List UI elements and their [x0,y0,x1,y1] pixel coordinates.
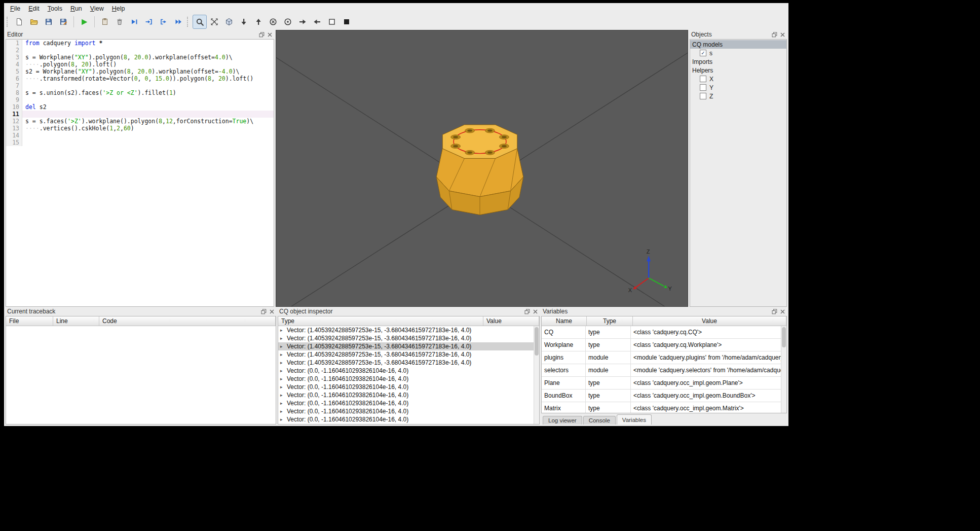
tree-item-helpers[interactable]: Helpers [690,66,786,75]
expander-icon[interactable]: ▸ [280,417,287,422]
inspector-row[interactable]: ▸Vector: (0.0, -1.1604610293826104e-16, … [278,391,539,399]
code-line-9[interactable]: 9 [6,96,274,103]
cad-model[interactable] [436,125,523,215]
render-run-button[interactable] [77,15,91,29]
expander-icon[interactable]: ▸ [280,401,287,406]
tab-variables[interactable]: Variables [617,414,652,424]
code-editor[interactable]: 1from cadquery import *23s = Workplane("… [6,39,274,307]
close-panel-icon[interactable] [532,308,538,314]
clipboard-button[interactable] [98,15,112,29]
variable-row-selectors[interactable]: selectorsmodule<module 'cadquery.selecto… [542,364,786,377]
scrollbar-thumb[interactable] [782,327,786,347]
traceback-column-code[interactable]: Code [99,316,276,326]
expander-icon[interactable]: ▸ [280,409,287,414]
inspector-row[interactable]: ▸Vector: (1.4053924288597253e-15, -3.680… [278,334,539,342]
tab-log-viewer[interactable]: Log viewer [543,416,582,424]
tree-item-y[interactable]: Y [690,83,786,92]
expander-icon[interactable]: ▸ [280,393,287,398]
menu-edit[interactable]: Edit [24,5,44,13]
tree-item-cq-models[interactable]: CQ models [690,40,786,49]
expander-icon[interactable]: ▸ [280,376,287,381]
close-panel-icon[interactable] [269,308,275,314]
traceback-column-file[interactable]: File [6,316,53,326]
step-into-button[interactable] [142,15,156,29]
save-button[interactable] [42,15,56,29]
inspector-row[interactable]: ▸Vector: (0.0, -1.1604610293826104e-16, … [278,407,539,415]
expander-icon[interactable]: ▸ [280,360,287,365]
code-line-14[interactable]: 14 [6,132,274,139]
inspector-column-value[interactable]: Value [483,316,539,326]
checkbox-z[interactable] [700,93,706,99]
front-view-button[interactable] [266,15,280,29]
menu-file[interactable]: File [6,5,24,13]
code-line-13[interactable]: 13····.vertices().cskHole(1,2,60) [6,125,274,132]
inspector-row[interactable]: ▸Vector: (1.4053924288597253e-15, -3.680… [278,342,539,350]
left-view-button[interactable] [310,15,324,29]
code-line-5[interactable]: 5s2 = Workplane("XY").polygon(8, 20.0).w… [6,68,274,75]
inspector-row[interactable]: ▸Vector: (1.4053924288597253e-15, -3.680… [278,326,539,334]
wireframe-button[interactable] [325,15,339,29]
inspector-row[interactable]: ▸Vector: (1.4053924288597253e-15, -3.680… [278,359,539,367]
menu-tools[interactable]: Tools [44,5,66,13]
code-line-2[interactable]: 2 [6,47,274,54]
close-panel-icon[interactable] [267,31,273,38]
inspector-column-type[interactable]: Type [278,316,483,326]
code-line-12[interactable]: 12s = s.faces('>Z').workplane().polygon(… [6,118,274,125]
variable-row-matrix[interactable]: Matrixtype<class 'cadquery.occ_impl.geom… [542,402,786,413]
checkbox-s[interactable]: ✓ [700,50,706,56]
code-line-6[interactable]: 6····.transformed(rotate=Vector(0, 0, 15… [6,75,274,82]
close-panel-icon[interactable] [779,31,785,38]
step-out-button[interactable] [157,15,171,29]
zoom-toggle-button[interactable] [193,15,207,29]
variable-row-cq[interactable]: CQtype<class 'cadquery.cq.CQ'> [542,326,786,339]
code-line-15[interactable]: 15 [6,139,274,146]
tree-item-x[interactable]: X [690,75,786,83]
inspector-row[interactable]: ▸Vector: (0.0, -1.1604610293826104e-16, … [278,367,539,375]
variable-row-plane[interactable]: Planetype<class 'cadquery.occ_impl.geom.… [542,377,786,390]
vertical-scrollbar[interactable] [781,326,786,413]
variables-column-name[interactable]: Name [542,316,587,326]
code-line-8[interactable]: 8s = s.union(s2).faces('>Z or <Z').fille… [6,89,274,96]
inspector-row[interactable]: ▸Vector: (0.0, -1.1604610293826104e-16, … [278,375,539,383]
step-over-button[interactable] [127,15,141,29]
top-view-button[interactable] [237,15,251,29]
inspector-row[interactable]: ▸Vector: (0.0, -1.1604610293826104e-16, … [278,415,539,423]
float-panel-icon[interactable] [524,308,530,314]
float-panel-icon[interactable] [260,308,267,314]
continue-button[interactable] [171,15,185,29]
bottom-view-button[interactable] [251,15,266,29]
menu-view[interactable]: View [86,5,108,13]
fit-view-button[interactable] [207,15,221,29]
delete-traces-button[interactable] [112,15,127,29]
toolbar-handle[interactable] [187,17,190,27]
back-view-button[interactable] [281,15,295,29]
variable-row-plugins[interactable]: pluginsmodule<module 'cadquery.plugins' … [542,351,786,364]
close-panel-icon[interactable] [779,308,785,314]
save-as-button[interactable] [56,15,70,29]
variable-row-workplane[interactable]: Workplanetype<class 'cadquery.cq.Workpla… [542,339,786,351]
shaded-button[interactable] [340,15,354,29]
traceback-column-line[interactable]: Line [53,316,99,326]
new-file-button[interactable] [12,15,26,29]
code-line-11[interactable]: 11 [6,111,274,118]
menu-help[interactable]: Help [108,5,129,13]
float-panel-icon[interactable] [258,31,265,38]
tree-item-z[interactable]: Z [690,92,786,100]
toolbar-handle[interactable] [7,17,9,27]
expander-icon[interactable]: ▸ [280,384,287,390]
checkbox-y[interactable] [700,84,706,91]
vertical-scrollbar[interactable] [534,326,539,424]
iso-view-button[interactable] [222,15,236,29]
expander-icon[interactable]: ▸ [280,328,287,333]
expander-icon[interactable]: ▸ [280,336,287,341]
open-button[interactable] [27,15,41,29]
tab-console[interactable]: Console [583,416,616,424]
scrollbar-thumb[interactable] [535,327,539,356]
float-panel-icon[interactable] [771,308,777,314]
code-line-3[interactable]: 3s = Workplane("XY").polygon(8, 20.0).wo… [6,54,274,61]
expander-icon[interactable]: ▸ [280,344,287,349]
code-line-10[interactable]: 10del s2 [6,103,274,111]
variable-row-boundbox[interactable]: BoundBoxtype<class 'cadquery.occ_impl.ge… [542,390,786,402]
inspector-row[interactable]: ▸Vector: (0.0, -1.1604610293826104e-16, … [278,399,539,407]
inspector-row[interactable]: ▸Vector: (1.4053924288597253e-15, -3.680… [278,350,539,359]
